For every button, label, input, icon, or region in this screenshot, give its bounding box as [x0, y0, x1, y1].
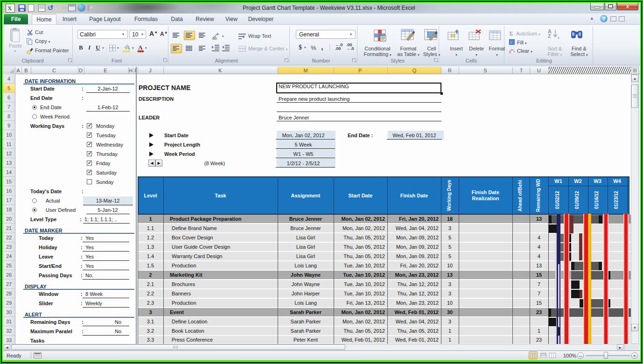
svg-text:ab: ab	[212, 36, 217, 40]
